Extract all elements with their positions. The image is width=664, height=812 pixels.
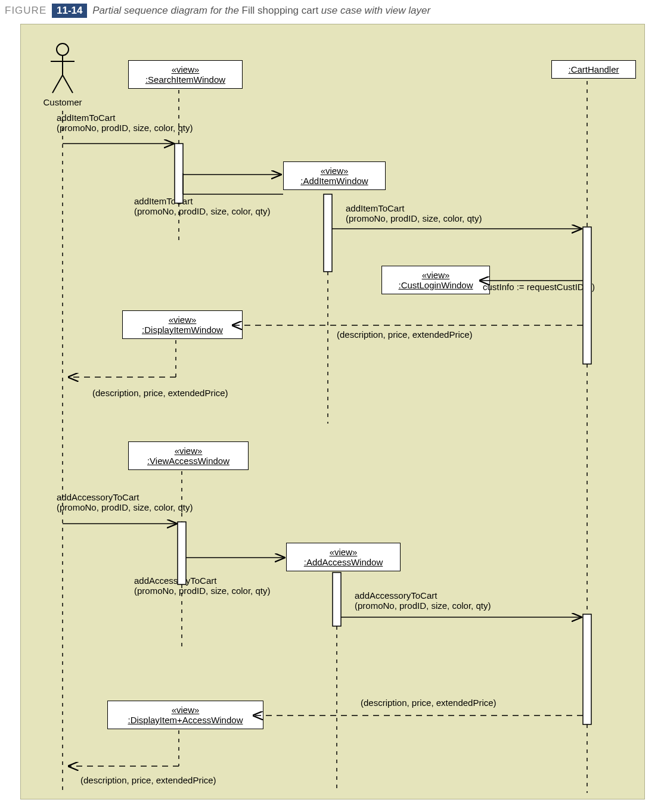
- object-name: :AddAccessWindow: [293, 557, 394, 567]
- object-name: :DisplayItemWindow: [129, 325, 236, 335]
- msg-add-accessory-2: addAccessoryToCart (promoNo, prodID, siz…: [134, 575, 270, 596]
- actor-label: Customer: [39, 97, 86, 107]
- svg-line-25: [183, 175, 281, 194]
- figure-number: 11-14: [52, 4, 87, 18]
- svg-line-3: [52, 75, 63, 93]
- sequence-diagram: Customer «view» :SearchItemWindow :CartH…: [20, 24, 645, 799]
- stereotype: «view»: [135, 446, 242, 456]
- svg-rect-18: [324, 194, 332, 272]
- lifeline-cust-login-window: «view» :CustLoginWindow: [381, 266, 490, 294]
- lifeline-display-item-access-window: «view» :DisplayItem+AccessWindow: [107, 701, 263, 729]
- stereotype: «view»: [388, 270, 483, 280]
- msg-add-item-2: addItemToCart (promoNo, prodID, size, co…: [134, 196, 270, 216]
- svg-line-4: [63, 75, 73, 93]
- object-name: :DisplayItem+AccessWindow: [114, 715, 257, 725]
- lifeline-add-item-window: «view» :AddItemWindow: [283, 161, 386, 190]
- caption-post: use case with view layer: [318, 5, 430, 16]
- lifeline-display-item-window: «view» :DisplayItemWindow: [122, 310, 243, 339]
- caption-mid: Fill shopping cart: [242, 5, 319, 16]
- svg-rect-21: [333, 573, 341, 626]
- stick-figure-icon: [48, 42, 77, 96]
- msg-request-custid: custInfo := requestCustID ( ): [483, 282, 595, 292]
- svg-rect-19: [583, 227, 591, 364]
- msg-add-item-1: addItemToCart (promoNo, prodID, size, co…: [57, 113, 193, 133]
- svg-point-0: [57, 43, 69, 55]
- actor-customer: Customer: [39, 42, 86, 107]
- svg-line-26: [183, 175, 281, 194]
- object-name: :SearchItemWindow: [135, 74, 236, 85]
- diagram-lines: [21, 24, 644, 799]
- msg-add-accessory-3: addAccessoryToCart (promoNo, prodID, siz…: [355, 590, 491, 611]
- stereotype: «view»: [293, 547, 394, 557]
- msg-return-3: (description, price, extendedPrice): [361, 698, 497, 708]
- object-name: :AddItemWindow: [290, 176, 379, 186]
- svg-rect-17: [175, 144, 183, 203]
- figure-header: FIGURE 11-14 Partial sequence diagram fo…: [0, 0, 664, 21]
- lifeline-add-access-window: «view» :AddAccessWindow: [286, 543, 401, 571]
- stereotype: «view»: [129, 315, 236, 325]
- stereotype: «view»: [114, 705, 257, 715]
- object-name: :CustLoginWindow: [388, 280, 483, 290]
- lifeline-search-item-window: «view» :SearchItemWindow: [128, 60, 243, 89]
- msg-return-4: (description, price, extendedPrice): [80, 775, 216, 785]
- figure-caption: Partial sequence diagram for the Fill sh…: [92, 5, 430, 16]
- stereotype: «view»: [135, 64, 236, 74]
- stereotype: «view»: [290, 166, 379, 176]
- object-name: :CartHandler: [558, 64, 629, 74]
- lifeline-view-access-window: «view» :ViewAccessWindow: [128, 441, 249, 470]
- object-name: :ViewAccessWindow: [135, 456, 242, 466]
- msg-return-1: (description, price, extendedPrice): [337, 329, 473, 340]
- msg-return-2: (description, price, extendedPrice): [92, 388, 228, 398]
- caption-pre: Partial sequence diagram for the: [92, 5, 241, 16]
- svg-rect-22: [583, 614, 591, 724]
- msg-add-item-3: addItemToCart (promoNo, prodID, size, co…: [346, 203, 482, 223]
- msg-add-accessory-1: addAccessoryToCart (promoNo, prodID, siz…: [57, 492, 193, 512]
- lifeline-cart-handler: :CartHandler: [551, 60, 636, 79]
- figure-label: FIGURE: [5, 5, 46, 16]
